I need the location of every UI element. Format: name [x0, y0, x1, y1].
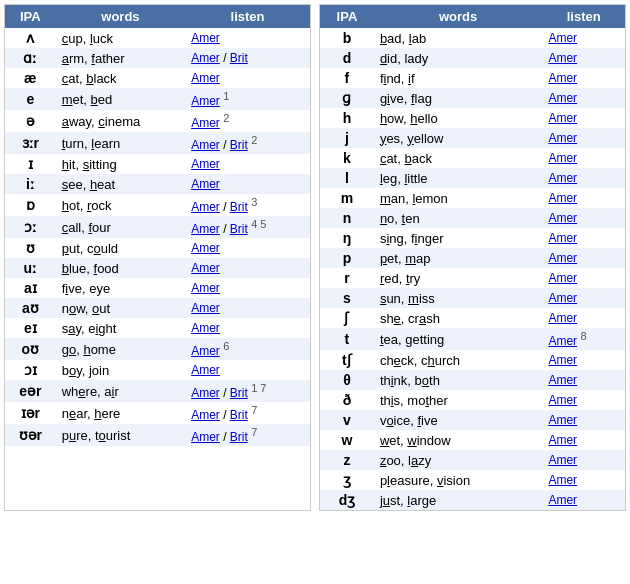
amer-link[interactable]: Amer [548, 373, 577, 387]
listen-links[interactable]: Amer 6 [185, 338, 310, 360]
table-row: aɪfive, eyeAmer [5, 278, 310, 298]
listen-links[interactable]: Amer / Brit 4 5 [185, 216, 310, 238]
listen-links[interactable]: Amer [542, 108, 625, 128]
amer-link[interactable]: Amer [191, 430, 220, 444]
listen-links[interactable]: Amer [542, 370, 625, 390]
amer-link[interactable]: Amer [191, 71, 220, 85]
listen-links[interactable]: Amer [542, 148, 625, 168]
amer-link[interactable]: Amer [191, 408, 220, 422]
listen-links[interactable]: Amer / Brit 1 7 [185, 380, 310, 402]
amer-link[interactable]: Amer [548, 211, 577, 225]
amer-link[interactable]: Amer [548, 334, 577, 348]
listen-links[interactable]: Amer [185, 298, 310, 318]
listen-links[interactable]: Amer / Brit 7 [185, 424, 310, 446]
amer-link[interactable]: Amer [191, 386, 220, 400]
brit-link[interactable]: Brit [230, 222, 248, 236]
brit-link[interactable]: Brit [230, 51, 248, 65]
amer-link[interactable]: Amer [191, 222, 220, 236]
amer-link[interactable]: Amer [191, 138, 220, 152]
brit-link[interactable]: Brit [230, 200, 248, 214]
brit-link[interactable]: Brit [230, 408, 248, 422]
ipa-symbol: d [320, 48, 374, 68]
amer-link[interactable]: Amer [548, 51, 577, 65]
listen-links[interactable]: Amer [542, 168, 625, 188]
listen-links[interactable]: Amer [185, 278, 310, 298]
amer-link[interactable]: Amer [191, 241, 220, 255]
amer-link[interactable]: Amer [191, 321, 220, 335]
amer-link[interactable]: Amer [191, 301, 220, 315]
amer-link[interactable]: Amer [548, 111, 577, 125]
listen-links[interactable]: Amer [542, 308, 625, 328]
listen-links[interactable]: Amer [542, 350, 625, 370]
listen-links[interactable]: Amer 2 [185, 110, 310, 132]
listen-links[interactable]: Amer [542, 248, 625, 268]
amer-link[interactable]: Amer [191, 363, 220, 377]
listen-links[interactable]: Amer [542, 490, 625, 510]
amer-link[interactable]: Amer [191, 31, 220, 45]
amer-link[interactable]: Amer [191, 94, 220, 108]
amer-link[interactable]: Amer [548, 393, 577, 407]
listen-links[interactable]: Amer [185, 360, 310, 380]
amer-link[interactable]: Amer [548, 271, 577, 285]
amer-link[interactable]: Amer [548, 31, 577, 45]
listen-links[interactable]: Amer / Brit [185, 48, 310, 68]
amer-link[interactable]: Amer [191, 177, 220, 191]
listen-links[interactable]: Amer [542, 228, 625, 248]
amer-link[interactable]: Amer [548, 71, 577, 85]
listen-links[interactable]: Amer [542, 88, 625, 108]
table-row: ffind, ifAmer [320, 68, 625, 88]
listen-links[interactable]: Amer [542, 68, 625, 88]
amer-link[interactable]: Amer [548, 191, 577, 205]
amer-link[interactable]: Amer [548, 473, 577, 487]
listen-links[interactable]: Amer 1 [185, 88, 310, 110]
listen-links[interactable]: Amer / Brit 7 [185, 402, 310, 424]
amer-link[interactable]: Amer [548, 171, 577, 185]
amer-link[interactable]: Amer [548, 251, 577, 265]
listen-links[interactable]: Amer [542, 410, 625, 430]
amer-link[interactable]: Amer [191, 51, 220, 65]
listen-links[interactable]: Amer 8 [542, 328, 625, 350]
amer-link[interactable]: Amer [548, 413, 577, 427]
amer-link[interactable]: Amer [191, 200, 220, 214]
listen-links[interactable]: Amer [185, 238, 310, 258]
listen-links[interactable]: Amer [185, 68, 310, 88]
listen-links[interactable]: Amer [185, 258, 310, 278]
listen-links[interactable]: Amer [542, 128, 625, 148]
listen-links[interactable]: Amer [542, 450, 625, 470]
amer-link[interactable]: Amer [548, 151, 577, 165]
ipa-symbol: b [320, 28, 374, 48]
listen-links[interactable]: Amer [542, 188, 625, 208]
amer-link[interactable]: Amer [191, 344, 220, 358]
consonant-words-header: words [374, 5, 543, 28]
listen-links[interactable]: Amer [542, 28, 625, 48]
amer-link[interactable]: Amer [548, 291, 577, 305]
brit-link[interactable]: Brit [230, 430, 248, 444]
amer-link[interactable]: Amer [548, 311, 577, 325]
amer-link[interactable]: Amer [548, 131, 577, 145]
amer-link[interactable]: Amer [548, 353, 577, 367]
listen-links[interactable]: Amer / Brit 3 [185, 194, 310, 216]
listen-links[interactable]: Amer [542, 208, 625, 228]
amer-link[interactable]: Amer [548, 453, 577, 467]
amer-link[interactable]: Amer [191, 116, 220, 130]
listen-links[interactable]: Amer [542, 288, 625, 308]
listen-links[interactable]: Amer [185, 174, 310, 194]
brit-link[interactable]: Brit [230, 138, 248, 152]
listen-links[interactable]: Amer [542, 470, 625, 490]
listen-links[interactable]: Amer [542, 430, 625, 450]
amer-link[interactable]: Amer [191, 157, 220, 171]
listen-links[interactable]: Amer [185, 28, 310, 48]
amer-link[interactable]: Amer [548, 493, 577, 507]
amer-link[interactable]: Amer [191, 261, 220, 275]
amer-link[interactable]: Amer [548, 91, 577, 105]
listen-links[interactable]: Amer [185, 318, 310, 338]
amer-link[interactable]: Amer [191, 281, 220, 295]
listen-links[interactable]: Amer [185, 154, 310, 174]
listen-links[interactable]: Amer [542, 268, 625, 288]
amer-link[interactable]: Amer [548, 231, 577, 245]
amer-link[interactable]: Amer [548, 433, 577, 447]
listen-links[interactable]: Amer / Brit 2 [185, 132, 310, 154]
listen-links[interactable]: Amer [542, 48, 625, 68]
brit-link[interactable]: Brit [230, 386, 248, 400]
listen-links[interactable]: Amer [542, 390, 625, 410]
